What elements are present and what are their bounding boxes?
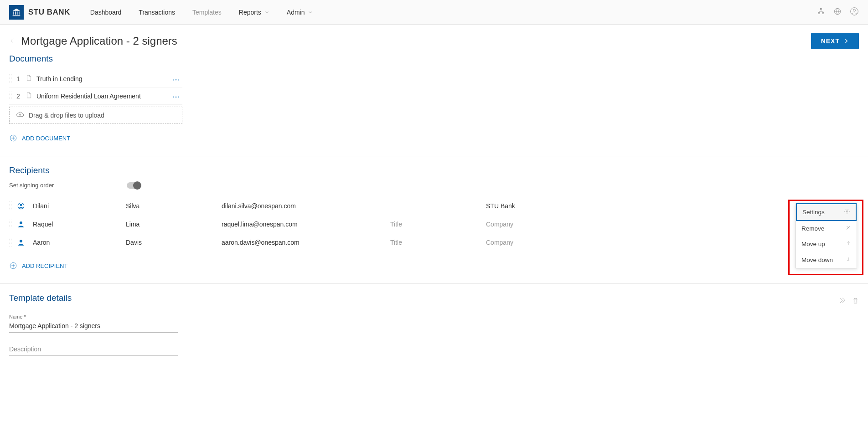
chevron-down-icon [308,10,313,15]
context-move-down[interactable]: Move down [796,252,857,268]
nav-label: Reports [239,9,261,16]
nav-items: Dashboard Transactions Templates Reports… [84,5,320,20]
signing-order-row: Set signing order [9,182,859,189]
recipient-company[interactable]: Company [486,221,842,228]
globe-icon[interactable] [833,7,842,17]
nav-admin[interactable]: Admin [280,5,320,20]
nav-dashboard[interactable]: Dashboard [84,5,128,20]
context-remove[interactable]: Remove [796,221,857,236]
add-recipient-button[interactable]: ADD RECIPIENT [9,262,859,270]
chevron-down-icon [264,10,269,15]
trash-icon[interactable] [852,297,859,306]
chevron-right-icon [843,38,849,44]
svg-point-9 [173,96,174,97]
back-button[interactable] [9,36,16,46]
document-name: Uniform Residential Loan Agreement [36,93,165,100]
user-icon[interactable] [850,7,859,17]
context-label: Remove [801,225,824,232]
next-label: NEXT [821,37,840,45]
close-icon [846,225,851,232]
drop-zone[interactable]: Drag & drop files to upload [9,107,182,124]
add-document-label: ADD DOCUMENT [22,135,70,142]
recipients-section: Recipients Set signing order Dilani Silv… [0,165,868,279]
recipient-company[interactable]: STU Bank [486,202,842,210]
signing-order-label: Set signing order [9,182,54,189]
context-label: Move down [801,257,833,263]
name-input[interactable] [9,319,178,333]
context-label: Move up [801,241,825,247]
drag-handle-icon[interactable] [9,91,12,101]
description-field-group [9,343,178,356]
gear-icon [844,208,850,216]
drag-handle-icon[interactable] [9,237,12,247]
svg-rect-2 [822,12,824,14]
cloud-upload-icon [16,112,24,119]
recipient-row: Raquel Lima raquel.lima@onespan.com Titl… [9,215,859,233]
recipient-last-name[interactable]: Lima [126,221,217,228]
drag-handle-icon[interactable] [9,74,12,84]
arrow-down-icon [846,256,851,264]
template-details-section: Template details Name * [0,293,868,374]
document-name: Truth in Lending [36,75,165,82]
nav-reports[interactable]: Reports [232,5,276,20]
name-field-group: Name * [9,314,178,333]
topbar: STU BANK Dashboard Transactions Template… [0,0,868,25]
svg-point-22 [20,240,22,242]
page-icon [26,92,32,100]
document-number: 2 [16,93,21,100]
details-action-icons [838,297,859,306]
more-menu-button[interactable] [170,92,182,101]
description-input[interactable] [9,343,178,356]
context-move-up[interactable]: Move up [796,236,857,252]
svg-point-10 [176,96,176,97]
recipient-first-name[interactable]: Raquel [30,221,121,228]
recipient-email[interactable]: dilani.silva@onespan.com [222,202,386,210]
document-number: 1 [16,75,21,82]
plus-circle-icon [9,134,17,142]
svg-point-11 [178,96,179,97]
add-document-button[interactable]: ADD DOCUMENT [9,134,859,142]
bank-icon [12,8,21,17]
org-icon[interactable] [817,7,825,17]
svg-point-7 [176,79,176,80]
details-heading: Template details [9,293,72,303]
document-row[interactable]: 2 Uniform Residential Loan Agreement [9,87,182,105]
name-label: Name * [9,314,178,319]
signer-icon [16,220,26,229]
recipient-last-name[interactable]: Silva [126,202,217,210]
recipient-context-menu: Settings Remove Move up Move down [796,203,857,268]
recipient-company[interactable]: Company [486,239,842,246]
page-header: Mortgage Application - 2 signers NEXT [0,25,868,54]
drag-handle-icon[interactable] [9,219,12,229]
svg-rect-1 [818,12,820,14]
recipient-last-name[interactable]: Davis [126,239,217,246]
svg-point-6 [173,79,174,80]
brand[interactable]: STU BANK [9,5,70,20]
recipient-email[interactable]: raquel.lima@onespan.com [222,221,386,228]
next-button[interactable]: NEXT [811,33,859,49]
signer-icon [16,238,26,247]
recipient-first-name[interactable]: Dilani [30,202,121,210]
document-list: 1 Truth in Lending 2 Uniform Residential… [9,70,182,124]
nav-templates[interactable]: Templates [186,5,228,20]
recipient-first-name[interactable]: Aaron [30,239,121,246]
document-row[interactable]: 1 Truth in Lending [9,70,182,87]
more-menu-button[interactable] [170,74,182,83]
recipient-title[interactable]: Title [390,221,481,228]
forward-icon[interactable] [838,297,847,306]
nav-transactions[interactable]: Transactions [132,5,181,20]
drag-handle-icon[interactable] [9,201,12,211]
recipient-title[interactable]: Title [390,239,481,246]
recipient-row: Dilani Silva dilani.silva@onespan.com ST… [9,197,859,215]
sender-icon [16,201,26,211]
nav-label: Admin [287,9,305,16]
svg-point-5 [853,9,856,11]
nav-label: Dashboard [90,9,122,16]
signing-order-toggle[interactable] [127,182,140,189]
plus-circle-icon [9,262,17,270]
nav-label: Transactions [139,9,175,16]
section-divider [0,156,868,156]
recipient-email[interactable]: aaron.davis@onespan.com [222,239,386,246]
context-label: Settings [802,209,825,216]
context-settings[interactable]: Settings [796,203,857,221]
